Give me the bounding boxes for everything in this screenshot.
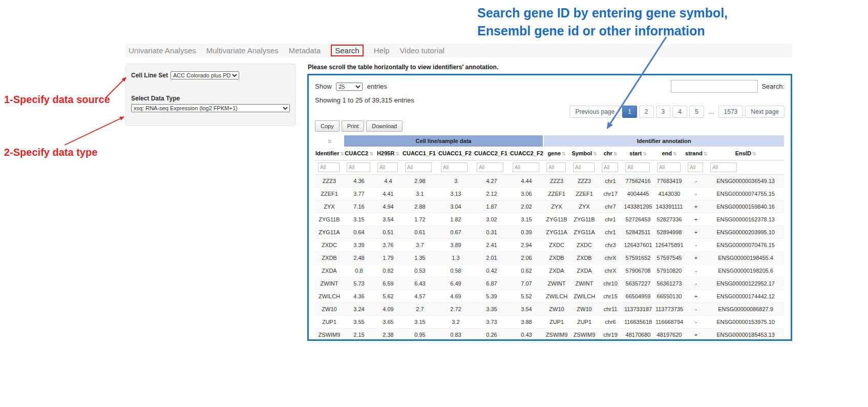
table-cell: ZWILCH: [315, 290, 344, 303]
filter-cell-chr: [599, 160, 622, 175]
table-cell: 1.3: [438, 252, 474, 264]
table-row[interactable]: ZW103.244.092.72.723.353.54ZW10ZW10chr11…: [315, 303, 784, 316]
table-cell: ZW10: [315, 303, 344, 316]
page-button-3[interactable]: 3: [656, 106, 671, 118]
nav-item-video-tutorial[interactable]: Video tutorial: [400, 46, 444, 55]
table-cell: 4.09: [374, 303, 402, 316]
filter-input-gene[interactable]: [546, 162, 566, 172]
table-cell: 126475891: [654, 239, 685, 252]
filter-row: [315, 160, 784, 175]
sort-icon: ⇅: [340, 151, 344, 156]
table-cell: chr15: [599, 290, 622, 303]
table-cell: 2.48: [344, 252, 374, 264]
filter-input-ensid[interactable]: [710, 162, 737, 172]
column-header-cuacc1-f2[interactable]: CUACC1_F2⇅: [438, 147, 474, 160]
table-cell: 1.82: [438, 213, 474, 226]
page-button-1573[interactable]: 1573: [718, 106, 744, 118]
filter-input-start[interactable]: [625, 162, 650, 172]
nav-item-search[interactable]: Search: [331, 45, 364, 56]
filter-cell-identifier: [315, 160, 344, 175]
column-header-strand[interactable]: strand⇅: [685, 147, 707, 160]
table-cell: ZSWIM9: [315, 329, 344, 341]
filter-input-symbol[interactable]: [573, 162, 595, 172]
next-page-button[interactable]: Next page: [745, 106, 785, 118]
filter-input-cuacc2-f1[interactable]: [477, 162, 503, 172]
table-row[interactable]: ZXDA0.80.820.530.580.420.62ZXDAZXDAchrX5…: [315, 264, 784, 277]
filter-input-strand[interactable]: [688, 162, 703, 172]
filter-input-identifier[interactable]: [318, 162, 340, 172]
filter-cell-strand: [685, 160, 707, 175]
column-header-chr[interactable]: chr⇅: [599, 147, 622, 160]
table-cell: 4.94: [374, 200, 402, 213]
table-cell: ENSG00000185453.13: [707, 329, 784, 341]
filter-cell-cuacc2-f1: [474, 160, 510, 175]
table-cell: 56361273: [654, 277, 685, 290]
column-header-cuacc2-f2[interactable]: CUACC2_F2⇅: [510, 147, 543, 160]
table-cell: 1.79: [374, 252, 402, 264]
column-header-end[interactable]: end⇅: [654, 147, 685, 160]
page-button-5[interactable]: 5: [689, 106, 704, 118]
table-cell: 126437601: [622, 239, 654, 252]
table-cell: 66550130: [654, 290, 685, 303]
nav-item-univariate-analyses[interactable]: Univariate Analyses: [129, 46, 196, 55]
table-row[interactable]: ZZZ34.364.42.9834.274.44ZZZ3ZZZ3chr17756…: [315, 175, 784, 188]
page-button-1[interactable]: 1: [622, 106, 637, 118]
column-header-symbol[interactable]: Symbol⇅: [570, 147, 599, 160]
table-row[interactable]: ZXDB2.481.791.351.32.012.06ZXDBZXDBchrX5…: [315, 252, 784, 264]
page-button-4[interactable]: 4: [672, 106, 687, 118]
table-cell: -: [685, 264, 707, 277]
table-row[interactable]: ZWINT5.736.596.436.496.877.07ZWINTZWINTc…: [315, 277, 784, 290]
column-header-cuacc2-f1[interactable]: CUACC2_F1⇅: [474, 147, 510, 160]
filter-input-h295r[interactable]: [377, 162, 398, 172]
table-row[interactable]: ZYG11A0.640.510.610.670.310.39ZYG11AZYG1…: [315, 226, 784, 239]
table-row[interactable]: ZYG11B3.153.541.721.823.023.15ZYG11BZYG1…: [315, 213, 784, 226]
column-label: CUACC2_F1: [474, 150, 507, 156]
column-header-ensid[interactable]: EnsID⇅: [707, 147, 784, 160]
filter-cell-start: [622, 160, 654, 175]
sort-icon: ⇅: [369, 151, 373, 156]
filter-input-cuacc1-f1[interactable]: [405, 162, 432, 172]
table-row[interactable]: ZZEF13.774.413.13.132.123.06ZZEF1ZZEF1ch…: [315, 188, 784, 200]
table-cell: 4.44: [510, 175, 543, 188]
prev-page-button[interactable]: Previous page: [569, 106, 620, 118]
table-search-input[interactable]: [671, 80, 758, 93]
table-cell: 3.73: [474, 316, 510, 329]
table-cell: ZZEF1: [543, 188, 570, 200]
table-row[interactable]: ZWILCH4.365.624.574.695.395.52ZWILCHZWIL…: [315, 290, 784, 303]
cell-line-set-select[interactable]: ACC Colorado plus PDX: [171, 71, 239, 79]
nav-item-multivariate-analyses[interactable]: Multivariate Analyses: [206, 46, 279, 55]
table-cell: 113773735: [654, 303, 685, 316]
group-corner-cell[interactable]: ⇅: [315, 135, 344, 147]
table-cell: ZWINT: [570, 277, 599, 290]
table-cell: 3.13: [438, 188, 474, 200]
filter-input-end[interactable]: [657, 162, 681, 172]
filter-input-cuacc2-f2[interactable]: [513, 162, 539, 172]
sort-icon: ⇅: [562, 151, 566, 156]
print-button[interactable]: Print: [342, 120, 365, 132]
column-header-cuacc2[interactable]: CUACC2⇅: [344, 147, 374, 160]
column-header-cuacc1-f1[interactable]: CUACC1_F1⇅: [402, 147, 438, 160]
table-row[interactable]: ZUP13.553.653.153.23.733.88ZUP1ZUP1chr61…: [315, 316, 784, 329]
nav-item-metadata[interactable]: Metadata: [289, 46, 321, 55]
page-button-2[interactable]: 2: [639, 106, 654, 118]
column-header-start[interactable]: start⇅: [622, 147, 654, 160]
filter-input-cuacc2[interactable]: [347, 162, 370, 172]
column-header-h295r[interactable]: H295R⇅: [374, 147, 402, 160]
table-cell: 3.15: [510, 213, 543, 226]
table-row[interactable]: ZYX7.164.942.883.041.872.02ZYXZYXchr7143…: [315, 200, 784, 213]
column-header-gene[interactable]: gene⇅: [543, 147, 570, 160]
table-cell: 7.07: [510, 277, 543, 290]
table-row[interactable]: ZXDC3.393.763.73.892.412.94ZXDCZXDCchr31…: [315, 239, 784, 252]
page-length-select[interactable]: 25: [336, 83, 363, 91]
download-button[interactable]: Download: [366, 120, 403, 132]
data-type-select[interactable]: xsq: RNA-seq Expression (log2 FPKM+1): [131, 104, 290, 112]
column-label: start: [629, 150, 642, 156]
column-label: Identifier: [315, 150, 339, 156]
copy-button[interactable]: Copy: [315, 120, 340, 132]
filter-input-chr[interactable]: [602, 162, 618, 172]
filter-input-cuacc1-f2[interactable]: [441, 162, 468, 172]
table-cell: ZSWIM9: [570, 329, 599, 341]
column-header-identifier[interactable]: Identifier⇅: [315, 147, 344, 160]
nav-item-help[interactable]: Help: [374, 46, 390, 55]
table-row[interactable]: ZSWIM92.152.380.950.830.260.43ZSWIM9ZSWI…: [315, 329, 784, 341]
